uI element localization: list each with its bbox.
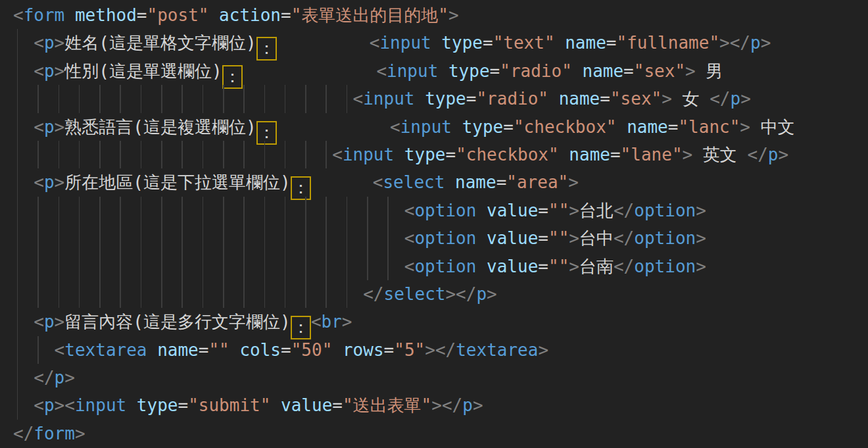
- token-string: "sex": [634, 61, 685, 81]
- token-punctuation: >: [683, 145, 693, 164]
- token-attribute: value: [487, 201, 538, 220]
- token-punctuation: >: [569, 228, 579, 248]
- token-punctuation: >: [568, 172, 579, 192]
- code-line[interactable]: <form method="post" action="表單送出的目的地">: [13, 1, 868, 29]
- token-text: 中文: [750, 117, 795, 137]
- token-text: [332, 340, 343, 360]
- token-punctuation: >: [696, 257, 706, 276]
- code-line[interactable]: <p>熟悉語言(這是複選欄位)： <input type="checkbox" …: [13, 113, 868, 141]
- indent-guides: [13, 364, 34, 391]
- code-line[interactable]: </select></p>: [13, 280, 868, 308]
- token-text: [311, 172, 373, 192]
- token-string: "lane": [621, 145, 683, 164]
- token-punctuation: >: [75, 424, 85, 443]
- token-tag: form: [24, 5, 65, 25]
- token-punctuation: >: [685, 61, 696, 81]
- code-line[interactable]: <option value="">台中</option>: [13, 224, 868, 252]
- code-line[interactable]: <p>留言內容(這是多行文字欄位)：<br>: [13, 308, 868, 336]
- token-punctuation: <: [373, 172, 383, 192]
- token-string: "fullname": [617, 33, 720, 53]
- token-punctuation: <: [404, 228, 415, 248]
- token-punctuation: <: [34, 312, 44, 332]
- token-attribute: name: [565, 33, 606, 53]
- token-punctuation: <: [332, 145, 343, 164]
- token-text: 所在地區(這是下拉選單欄位): [64, 172, 290, 192]
- indent-guides: [13, 113, 34, 141]
- token-attribute: name: [157, 340, 199, 360]
- token-tag: p: [55, 368, 65, 387]
- code-editor[interactable]: <form method="post" action="表單送出的目的地"><p…: [0, 0, 868, 448]
- token-text: [229, 340, 240, 360]
- token-attribute: value: [487, 257, 538, 276]
- token-punctuation: <: [404, 257, 415, 276]
- token-punctuation: <: [34, 117, 44, 137]
- token-tag: select: [384, 284, 446, 304]
- token-string: "submit": [188, 395, 270, 415]
- code-line[interactable]: <textarea name="" cols="50" rows="5"></t…: [13, 336, 868, 364]
- token-text: [476, 201, 487, 220]
- token-punctuation: >: [569, 201, 579, 220]
- code-line[interactable]: <option value="">台南</option>: [13, 253, 868, 280]
- token-punctuation: >: [445, 284, 456, 304]
- indent-guides: [13, 308, 34, 336]
- token-punctuation: >: [761, 33, 771, 53]
- token-attribute: action: [219, 5, 281, 25]
- token-tag: form: [34, 424, 75, 443]
- indent-guides: [13, 391, 34, 419]
- code-line[interactable]: <option value="">台北</option>: [13, 197, 868, 224]
- token-string: "5": [394, 340, 425, 360]
- code-line[interactable]: <input type="checkbox" name="lane"> 英文 <…: [13, 141, 868, 168]
- token-punctuation: >: [64, 368, 75, 387]
- token-text: [243, 61, 377, 81]
- token-operator: =: [490, 61, 500, 81]
- token-tag: option: [634, 257, 696, 276]
- code-line[interactable]: </p>: [13, 364, 868, 391]
- token-punctuation: </: [363, 284, 383, 304]
- token-punctuation: <: [34, 395, 44, 415]
- token-text: [277, 117, 390, 137]
- token-operator: =: [445, 145, 456, 164]
- token-punctuation: </: [442, 395, 462, 415]
- token-tag: input: [379, 33, 431, 53]
- token-tag: p: [731, 89, 741, 109]
- token-string: "lanc": [678, 117, 740, 137]
- code-line[interactable]: <p>所在地區(這是下拉選單欄位)： <select name="area">: [13, 168, 868, 196]
- code-line[interactable]: <p>姓名(這是單格文字欄位)： <input type="text" name…: [13, 29, 868, 57]
- token-text: [394, 145, 404, 164]
- token-tag: p: [44, 117, 55, 137]
- token-attribute: value: [487, 228, 538, 248]
- token-operator: =: [496, 172, 507, 192]
- token-tag: p: [44, 395, 55, 415]
- token-text: [147, 340, 158, 360]
- token-string: "checkbox": [514, 117, 617, 137]
- token-attribute: name: [627, 117, 668, 137]
- token-string: "radio": [500, 61, 572, 81]
- token-text: [431, 33, 442, 53]
- token-tag: select: [383, 172, 445, 192]
- token-operator: =: [503, 117, 514, 137]
- token-text: [208, 5, 219, 25]
- token-tag: p: [462, 395, 473, 415]
- token-string: "sex": [610, 89, 662, 109]
- token-attribute: name: [569, 145, 610, 164]
- code-line[interactable]: </form>: [13, 420, 868, 447]
- token-attribute: method: [75, 5, 137, 25]
- code-line[interactable]: <input type="radio" name="sex"> 女 </p>: [13, 85, 868, 112]
- token-operator: =: [199, 340, 209, 360]
- token-tag: option: [414, 201, 476, 220]
- token-tag: p: [44, 172, 55, 192]
- code-line[interactable]: <p><input type="submit" value="送出表單"></p…: [13, 391, 868, 419]
- token-operator: =: [483, 33, 493, 53]
- token-attribute: type: [425, 89, 466, 109]
- token-text: [445, 172, 455, 192]
- token-text: [452, 117, 462, 137]
- code-line[interactable]: <p>性別(這是單選欄位)： <input type="radio" name=…: [13, 57, 868, 85]
- token-punctuation: >: [431, 395, 442, 415]
- token-punctuation: <: [34, 61, 44, 81]
- token-punctuation: </: [614, 201, 634, 220]
- indent-guides: [13, 168, 34, 196]
- token-text: 台北: [579, 201, 614, 220]
- token-tag: textarea: [64, 340, 147, 360]
- token-punctuation: <: [390, 117, 400, 137]
- token-tag: input: [75, 395, 126, 415]
